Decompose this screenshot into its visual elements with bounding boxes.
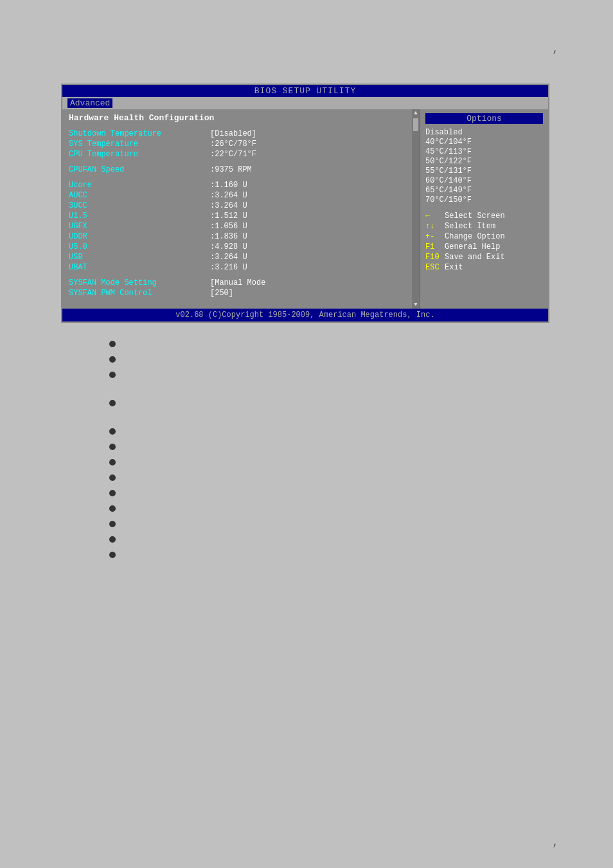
table-row: UBAT :3.216 U (69, 263, 405, 272)
row-label: U5.0 (69, 242, 210, 251)
sidebar-option-60[interactable]: 60°C/140°F (425, 176, 543, 185)
row-label: SYSFAN PWM Control (69, 289, 210, 298)
sidebar-option-55[interactable]: 55°C/131°F (425, 167, 543, 176)
list-item (109, 536, 121, 543)
list-item (109, 400, 121, 406)
row-value: :3.216 U (210, 263, 247, 272)
row-label: Shutdown Temperature (69, 129, 210, 138)
key-plus-minus: +- (425, 232, 445, 241)
row-label: SYSFAN Mode Setting (69, 278, 210, 287)
sidebar-option-65[interactable]: 65°C/149°F (425, 186, 543, 195)
row-label: Ucore (69, 181, 210, 190)
bios-body: Hardware Health Configuration Shutdown T… (62, 109, 548, 309)
table-row: UGFX :1.056 U (69, 222, 405, 231)
bullet-dot (109, 356, 116, 363)
bios-footer: v02.68 (C)Copyright 1985-2009, American … (62, 309, 548, 321)
bullet-dot (109, 341, 116, 347)
table-row: SYSFAN Mode Setting [Manual Mode (69, 278, 405, 287)
row-value: :1.836 U (210, 232, 247, 241)
bios-main: Hardware Health Configuration Shutdown T… (62, 109, 412, 309)
scroll-up-arrow[interactable]: ▲ (414, 109, 417, 117)
row-value: [Manual Mode (210, 278, 265, 287)
bullet-dot (109, 521, 116, 527)
nav-item-advanced[interactable]: Advanced (67, 98, 112, 108)
row-value: :4.928 U (210, 242, 247, 251)
key-desc-select-item: Select Item (445, 222, 495, 231)
key-desc-change-option: Change Option (445, 232, 505, 241)
bios-title: BIOS SETUP UTILITY (62, 85, 548, 97)
row-value: [Disabled] (210, 129, 256, 138)
table-row: U1.5 :1.512 U (69, 212, 405, 221)
table-row: CPU Temperature :22°C/71°F (69, 150, 405, 159)
row-value: :22°C/71°F (210, 150, 256, 159)
row-value: :1.056 U (210, 222, 247, 231)
key-desc-exit: Exit (445, 263, 463, 272)
sidebar-option-40[interactable]: 40°C/104°F (425, 138, 543, 147)
row-label: CPUFAN Speed (69, 165, 210, 174)
key-desc-general-help: General Help (445, 242, 500, 251)
table-row: USB :3.264 U (69, 253, 405, 262)
sidebar-title: Options (425, 113, 543, 124)
list-item (109, 459, 121, 466)
key-updown-arrows: ↑↓ (425, 222, 445, 231)
sidebar-option-45[interactable]: 45°C/113°F (425, 147, 543, 156)
row-label: SYS Temperature (69, 140, 210, 149)
bios-nav-bar: Advanced (62, 97, 548, 109)
row-label: UGFX (69, 222, 210, 231)
corner-quote-bottom: , (552, 837, 558, 849)
row-value: :9375 RPM (210, 165, 252, 174)
sidebar-option-50[interactable]: 50°C/122°F (425, 157, 543, 166)
row-label: USB (69, 253, 210, 262)
key-row-general-help: F1 General Help (425, 242, 543, 251)
table-row: Ucore :1.160 U (69, 181, 405, 190)
bullet-dot (109, 536, 116, 543)
table-row: Shutdown Temperature [Disabled] (69, 129, 405, 138)
table-row: SYS Temperature :26°C/78°F (69, 140, 405, 149)
row-value: :26°C/78°F (210, 140, 256, 149)
key-desc-save-exit: Save and Exit (445, 253, 505, 262)
row-label: CPU Temperature (69, 150, 210, 159)
row-label: AUCC (69, 191, 210, 200)
list-item (109, 552, 121, 558)
bullet-dot (109, 490, 116, 496)
row-label: UDDR (69, 232, 210, 241)
scroll-thumb[interactable] (413, 118, 418, 131)
table-row: 3UCC :3.264 U (69, 201, 405, 210)
row-label: U1.5 (69, 212, 210, 221)
row-value: :1.160 U (210, 181, 247, 190)
key-esc: ESC (425, 263, 445, 272)
key-desc-select-screen: Select Screen (445, 212, 505, 221)
list-item (109, 475, 121, 481)
list-item (109, 372, 121, 378)
key-f1: F1 (425, 242, 445, 251)
key-row-exit: ESC Exit (425, 263, 543, 272)
bios-sidebar: Options Disabled 40°C/104°F 45°C/113°F 5… (420, 109, 548, 309)
bullet-dot (109, 372, 116, 378)
bullet-dot (109, 428, 116, 435)
row-value: [250] (210, 289, 233, 298)
bullet-section (109, 341, 121, 567)
table-row: UDDR :1.836 U (69, 232, 405, 241)
table-row: AUCC :3.264 U (69, 191, 405, 200)
key-row-select-item: ↑↓ Select Item (425, 222, 543, 231)
bullet-dot (109, 552, 116, 558)
sidebar-option-disabled[interactable]: Disabled (425, 128, 543, 137)
table-row: CPUFAN Speed :9375 RPM (69, 165, 405, 174)
bullet-dot (109, 459, 116, 466)
row-label: UBAT (69, 263, 210, 272)
list-item (109, 505, 121, 512)
bullet-dot (109, 400, 116, 406)
table-row: SYSFAN PWM Control [250] (69, 289, 405, 298)
key-row-select-screen: ← Select Screen (425, 212, 543, 221)
bullet-dot (109, 444, 116, 450)
row-value: :3.264 U (210, 191, 247, 200)
list-item (109, 521, 121, 527)
scrollbar[interactable]: ▲ ▼ (412, 109, 420, 309)
bullet-dot (109, 505, 116, 512)
sidebar-option-70[interactable]: 70°C/150°F (425, 195, 543, 204)
key-left-arrow: ← (425, 212, 445, 221)
list-item (109, 490, 121, 496)
list-item (109, 341, 121, 347)
row-value: :3.264 U (210, 201, 247, 210)
scroll-down-arrow[interactable]: ▼ (414, 301, 417, 309)
